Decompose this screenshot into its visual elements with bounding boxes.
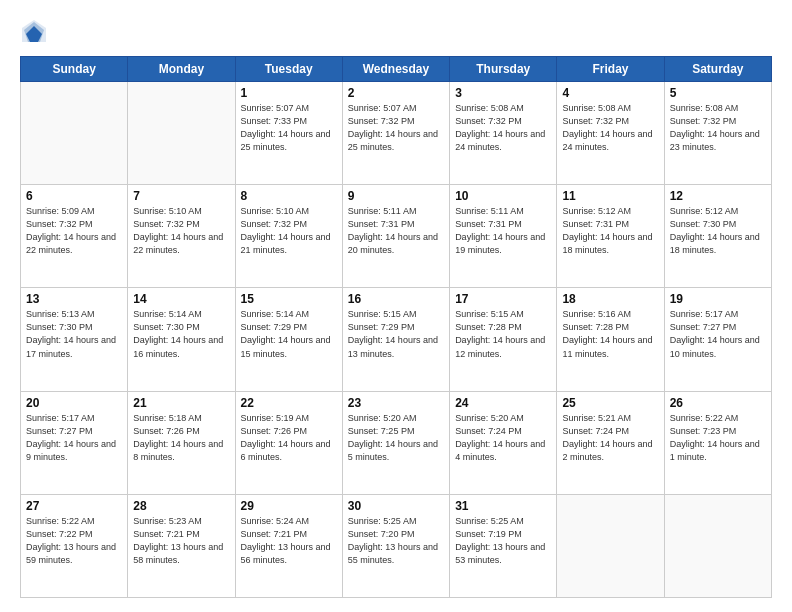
day-number: 16	[348, 292, 444, 306]
day-number: 4	[562, 86, 658, 100]
day-number: 19	[670, 292, 766, 306]
day-info: Sunrise: 5:08 AM Sunset: 7:32 PM Dayligh…	[455, 102, 551, 154]
day-info: Sunrise: 5:24 AM Sunset: 7:21 PM Dayligh…	[241, 515, 337, 567]
calendar-cell: 6Sunrise: 5:09 AM Sunset: 7:32 PM Daylig…	[21, 185, 128, 288]
calendar-header-sunday: Sunday	[21, 57, 128, 82]
calendar-cell: 31Sunrise: 5:25 AM Sunset: 7:19 PM Dayli…	[450, 494, 557, 597]
calendar-cell: 19Sunrise: 5:17 AM Sunset: 7:27 PM Dayli…	[664, 288, 771, 391]
calendar-cell: 24Sunrise: 5:20 AM Sunset: 7:24 PM Dayli…	[450, 391, 557, 494]
day-info: Sunrise: 5:18 AM Sunset: 7:26 PM Dayligh…	[133, 412, 229, 464]
calendar-cell: 1Sunrise: 5:07 AM Sunset: 7:33 PM Daylig…	[235, 82, 342, 185]
calendar-week-2: 6Sunrise: 5:09 AM Sunset: 7:32 PM Daylig…	[21, 185, 772, 288]
day-number: 8	[241, 189, 337, 203]
day-info: Sunrise: 5:09 AM Sunset: 7:32 PM Dayligh…	[26, 205, 122, 257]
day-info: Sunrise: 5:17 AM Sunset: 7:27 PM Dayligh…	[26, 412, 122, 464]
calendar-week-1: 1Sunrise: 5:07 AM Sunset: 7:33 PM Daylig…	[21, 82, 772, 185]
day-info: Sunrise: 5:08 AM Sunset: 7:32 PM Dayligh…	[562, 102, 658, 154]
calendar-cell: 18Sunrise: 5:16 AM Sunset: 7:28 PM Dayli…	[557, 288, 664, 391]
calendar-cell: 26Sunrise: 5:22 AM Sunset: 7:23 PM Dayli…	[664, 391, 771, 494]
calendar-cell: 30Sunrise: 5:25 AM Sunset: 7:20 PM Dayli…	[342, 494, 449, 597]
calendar-cell: 8Sunrise: 5:10 AM Sunset: 7:32 PM Daylig…	[235, 185, 342, 288]
calendar-cell: 14Sunrise: 5:14 AM Sunset: 7:30 PM Dayli…	[128, 288, 235, 391]
day-info: Sunrise: 5:20 AM Sunset: 7:25 PM Dayligh…	[348, 412, 444, 464]
calendar-header-friday: Friday	[557, 57, 664, 82]
calendar-cell	[664, 494, 771, 597]
calendar-cell: 28Sunrise: 5:23 AM Sunset: 7:21 PM Dayli…	[128, 494, 235, 597]
calendar-cell: 10Sunrise: 5:11 AM Sunset: 7:31 PM Dayli…	[450, 185, 557, 288]
day-info: Sunrise: 5:23 AM Sunset: 7:21 PM Dayligh…	[133, 515, 229, 567]
calendar-cell	[128, 82, 235, 185]
calendar-cell: 13Sunrise: 5:13 AM Sunset: 7:30 PM Dayli…	[21, 288, 128, 391]
logo	[20, 18, 52, 46]
day-info: Sunrise: 5:15 AM Sunset: 7:29 PM Dayligh…	[348, 308, 444, 360]
calendar-cell	[21, 82, 128, 185]
header	[20, 18, 772, 46]
day-info: Sunrise: 5:25 AM Sunset: 7:20 PM Dayligh…	[348, 515, 444, 567]
calendar-header-saturday: Saturday	[664, 57, 771, 82]
calendar-week-4: 20Sunrise: 5:17 AM Sunset: 7:27 PM Dayli…	[21, 391, 772, 494]
day-number: 10	[455, 189, 551, 203]
day-info: Sunrise: 5:19 AM Sunset: 7:26 PM Dayligh…	[241, 412, 337, 464]
day-info: Sunrise: 5:07 AM Sunset: 7:32 PM Dayligh…	[348, 102, 444, 154]
calendar-week-3: 13Sunrise: 5:13 AM Sunset: 7:30 PM Dayli…	[21, 288, 772, 391]
day-info: Sunrise: 5:11 AM Sunset: 7:31 PM Dayligh…	[348, 205, 444, 257]
calendar-cell: 15Sunrise: 5:14 AM Sunset: 7:29 PM Dayli…	[235, 288, 342, 391]
day-number: 24	[455, 396, 551, 410]
calendar-header-row: SundayMondayTuesdayWednesdayThursdayFrid…	[21, 57, 772, 82]
day-number: 7	[133, 189, 229, 203]
calendar-table: SundayMondayTuesdayWednesdayThursdayFrid…	[20, 56, 772, 598]
day-info: Sunrise: 5:14 AM Sunset: 7:30 PM Dayligh…	[133, 308, 229, 360]
calendar-cell: 9Sunrise: 5:11 AM Sunset: 7:31 PM Daylig…	[342, 185, 449, 288]
calendar-cell: 27Sunrise: 5:22 AM Sunset: 7:22 PM Dayli…	[21, 494, 128, 597]
calendar-cell: 25Sunrise: 5:21 AM Sunset: 7:24 PM Dayli…	[557, 391, 664, 494]
day-number: 17	[455, 292, 551, 306]
day-number: 9	[348, 189, 444, 203]
day-info: Sunrise: 5:22 AM Sunset: 7:22 PM Dayligh…	[26, 515, 122, 567]
calendar-week-5: 27Sunrise: 5:22 AM Sunset: 7:22 PM Dayli…	[21, 494, 772, 597]
day-number: 5	[670, 86, 766, 100]
day-info: Sunrise: 5:22 AM Sunset: 7:23 PM Dayligh…	[670, 412, 766, 464]
day-info: Sunrise: 5:21 AM Sunset: 7:24 PM Dayligh…	[562, 412, 658, 464]
calendar-cell: 20Sunrise: 5:17 AM Sunset: 7:27 PM Dayli…	[21, 391, 128, 494]
day-info: Sunrise: 5:20 AM Sunset: 7:24 PM Dayligh…	[455, 412, 551, 464]
day-info: Sunrise: 5:25 AM Sunset: 7:19 PM Dayligh…	[455, 515, 551, 567]
logo-icon	[20, 18, 48, 46]
calendar-cell: 4Sunrise: 5:08 AM Sunset: 7:32 PM Daylig…	[557, 82, 664, 185]
calendar-cell: 7Sunrise: 5:10 AM Sunset: 7:32 PM Daylig…	[128, 185, 235, 288]
day-info: Sunrise: 5:08 AM Sunset: 7:32 PM Dayligh…	[670, 102, 766, 154]
day-number: 31	[455, 499, 551, 513]
calendar-cell: 29Sunrise: 5:24 AM Sunset: 7:21 PM Dayli…	[235, 494, 342, 597]
day-info: Sunrise: 5:10 AM Sunset: 7:32 PM Dayligh…	[241, 205, 337, 257]
day-info: Sunrise: 5:15 AM Sunset: 7:28 PM Dayligh…	[455, 308, 551, 360]
day-info: Sunrise: 5:10 AM Sunset: 7:32 PM Dayligh…	[133, 205, 229, 257]
day-info: Sunrise: 5:11 AM Sunset: 7:31 PM Dayligh…	[455, 205, 551, 257]
day-info: Sunrise: 5:12 AM Sunset: 7:31 PM Dayligh…	[562, 205, 658, 257]
page: SundayMondayTuesdayWednesdayThursdayFrid…	[0, 0, 792, 612]
calendar-cell: 12Sunrise: 5:12 AM Sunset: 7:30 PM Dayli…	[664, 185, 771, 288]
day-number: 11	[562, 189, 658, 203]
day-number: 14	[133, 292, 229, 306]
day-number: 21	[133, 396, 229, 410]
day-info: Sunrise: 5:13 AM Sunset: 7:30 PM Dayligh…	[26, 308, 122, 360]
calendar-header-thursday: Thursday	[450, 57, 557, 82]
calendar-header-wednesday: Wednesday	[342, 57, 449, 82]
day-number: 23	[348, 396, 444, 410]
calendar-cell: 23Sunrise: 5:20 AM Sunset: 7:25 PM Dayli…	[342, 391, 449, 494]
day-number: 6	[26, 189, 122, 203]
day-number: 30	[348, 499, 444, 513]
day-number: 15	[241, 292, 337, 306]
calendar-cell: 16Sunrise: 5:15 AM Sunset: 7:29 PM Dayli…	[342, 288, 449, 391]
day-info: Sunrise: 5:12 AM Sunset: 7:30 PM Dayligh…	[670, 205, 766, 257]
calendar-cell: 17Sunrise: 5:15 AM Sunset: 7:28 PM Dayli…	[450, 288, 557, 391]
day-number: 27	[26, 499, 122, 513]
day-number: 2	[348, 86, 444, 100]
day-number: 18	[562, 292, 658, 306]
calendar-cell: 21Sunrise: 5:18 AM Sunset: 7:26 PM Dayli…	[128, 391, 235, 494]
day-number: 20	[26, 396, 122, 410]
calendar-header-monday: Monday	[128, 57, 235, 82]
calendar-cell: 2Sunrise: 5:07 AM Sunset: 7:32 PM Daylig…	[342, 82, 449, 185]
calendar-cell	[557, 494, 664, 597]
day-number: 28	[133, 499, 229, 513]
day-number: 12	[670, 189, 766, 203]
day-info: Sunrise: 5:17 AM Sunset: 7:27 PM Dayligh…	[670, 308, 766, 360]
